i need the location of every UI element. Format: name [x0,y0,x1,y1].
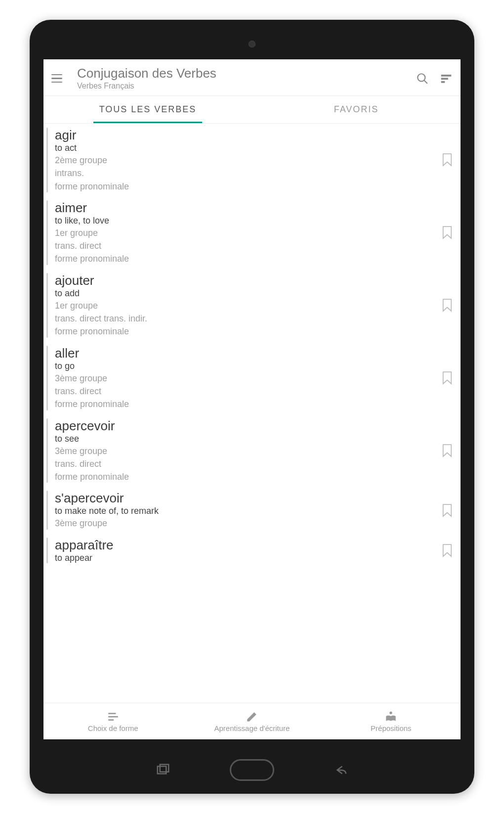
app-screen: Conjugaison des Verbes Verbes Français T… [43,59,461,739]
item-content: aller to go 3ème groupe trans. direct fo… [55,346,437,410]
verb-transit: trans. direct [55,385,437,397]
verb-translation: to go [55,361,437,371]
recent-apps-icon[interactable] [156,763,170,777]
verb-word: aimer [55,200,437,216]
app-subtitle: Verbes Français [77,82,405,91]
svg-rect-2 [441,75,451,76]
verb-group: 1er groupe [55,227,437,239]
bottom-nav: Choix de forme Aprentissage d'écriture P… [43,703,461,739]
verb-translation: to appear [55,553,437,563]
item-accent [46,128,48,192]
menu-icon[interactable] [51,72,65,86]
hardware-buttons [30,759,474,781]
back-icon[interactable] [334,763,348,777]
verb-list[interactable]: agir to act 2ème groupe intrans. forme p… [43,124,461,703]
verb-translation: to act [55,143,437,153]
svg-line-1 [424,80,427,84]
tabs: TOUS LES VERBES FAVORIS [43,96,461,124]
item-accent [46,346,48,410]
search-icon[interactable] [416,72,429,85]
pencil-icon [246,710,258,723]
verb-word: apercevoir [55,418,437,434]
item-content: agir to act 2ème groupe intrans. forme p… [55,128,437,192]
list-icon [107,710,120,723]
svg-rect-3 [441,78,448,79]
app-bar: Conjugaison des Verbes Verbes Français [43,59,461,96]
verb-word: agir [55,128,437,143]
bookmark-icon[interactable] [442,544,453,557]
item-content: apercevoir to see 3ème groupe trans. dir… [55,418,437,483]
bookmark-icon[interactable] [442,444,453,457]
title-block: Conjugaison des Verbes Verbes Français [77,66,405,91]
verb-transit: trans. direct [55,240,437,252]
item-accent [46,273,48,338]
svg-rect-6 [108,716,118,718]
item-content: aimer to like, to love 1er groupe trans.… [55,200,437,265]
tab-favorites[interactable]: FAVORIS [252,96,461,123]
verb-translation: to like, to love [55,216,437,226]
app-title: Conjugaison des Verbes [77,66,405,81]
list-item[interactable]: agir to act 2ème groupe intrans. forme p… [43,124,461,196]
svg-rect-9 [158,767,167,774]
item-accent [46,491,48,529]
verb-group: 3ème groupe [55,372,437,384]
list-item[interactable]: ajouter to add 1er groupe trans. direct … [43,269,461,342]
item-accent [46,538,48,563]
verb-pron: forme pronominale [55,398,437,410]
list-item[interactable]: aimer to like, to love 1er groupe trans.… [43,196,461,269]
home-button[interactable] [230,759,274,781]
nav-form-choice[interactable]: Choix de forme [43,703,182,739]
verb-pron: forme pronominale [55,325,437,337]
verb-translation: to make note of, to remark [55,506,437,516]
bookmark-icon[interactable] [442,226,453,239]
verb-transit: trans. direct trans. indir. [55,313,437,324]
list-item[interactable]: apparaître to appear [43,534,461,567]
item-accent [46,418,48,483]
list-item[interactable]: s'apercevoir to make note of, to remark … [43,487,461,533]
verb-word: apparaître [55,538,437,553]
svg-rect-5 [108,713,116,714]
front-camera [249,41,255,47]
svg-point-8 [390,712,392,714]
verb-transit: intrans. [55,167,437,179]
verb-word: s'apercevoir [55,491,437,506]
svg-rect-4 [441,81,445,83]
sort-icon[interactable] [440,72,453,85]
bookmark-icon[interactable] [442,371,453,385]
item-accent [46,200,48,265]
svg-rect-7 [108,719,114,721]
verb-pron: forme pronominale [55,471,437,483]
verb-group: 2ème groupe [55,154,437,166]
verb-translation: to see [55,434,437,444]
svg-rect-10 [160,765,169,772]
verb-group: 3ème groupe [55,517,437,529]
verb-word: ajouter [55,273,437,288]
tablet-frame: Conjugaison des Verbes Verbes Français T… [30,20,474,794]
verb-translation: to add [55,288,437,299]
bookmark-icon[interactable] [442,153,453,167]
verb-group: 3ème groupe [55,445,437,457]
bookmark-icon[interactable] [442,503,453,517]
verb-word: aller [55,346,437,361]
item-content: apparaître to appear [55,538,437,563]
verb-pron: forme pronominale [55,181,437,192]
item-content: ajouter to add 1er groupe trans. direct … [55,273,437,338]
nav-writing[interactable]: Aprentissage d'écriture [182,703,321,739]
nav-prepositions[interactable]: Prépositions [322,703,461,739]
tab-all-verbs[interactable]: TOUS LES VERBES [43,96,252,123]
svg-point-0 [418,74,425,81]
list-item[interactable]: apercevoir to see 3ème groupe trans. dir… [43,414,461,487]
verb-transit: trans. direct [55,458,437,470]
book-icon [384,710,397,723]
nav-label: Choix de forme [88,724,138,732]
nav-label: Aprentissage d'écriture [214,724,290,732]
verb-group: 1er groupe [55,300,437,312]
bookmark-icon[interactable] [442,298,453,312]
nav-label: Prépositions [371,724,412,732]
item-content: s'apercevoir to make note of, to remark … [55,491,437,529]
verb-pron: forme pronominale [55,253,437,265]
list-item[interactable]: aller to go 3ème groupe trans. direct fo… [43,342,461,414]
